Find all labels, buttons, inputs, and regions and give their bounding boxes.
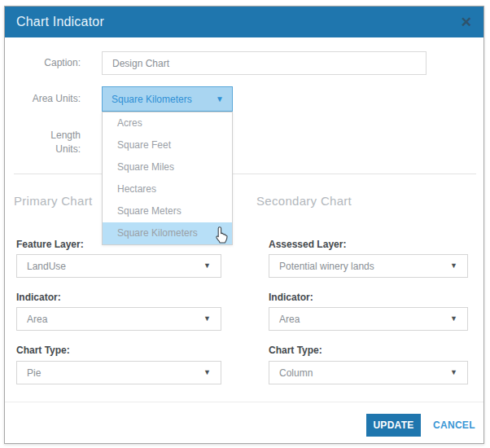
feature-layer-value: LandUse <box>27 261 66 272</box>
assessed-layer-value: Potential winery lands <box>279 261 374 272</box>
assessed-layer-label: Assessed Layer: <box>269 239 346 250</box>
feature-layer-select[interactable]: LandUse ▼ <box>16 254 221 278</box>
primary-indicator-label: Indicator: <box>16 292 61 303</box>
footer-divider <box>5 402 483 402</box>
option-square-meters[interactable]: Square Meters <box>103 200 232 222</box>
hand-cursor-icon <box>212 226 230 253</box>
secondary-indicator-select[interactable]: Area ▼ <box>269 307 468 331</box>
primary-indicator-select[interactable]: Area ▼ <box>16 307 221 331</box>
update-button[interactable]: UPDATE <box>366 414 421 437</box>
chevron-down-icon: ▼ <box>203 369 211 376</box>
assessed-layer-select[interactable]: Potential winery lands ▼ <box>269 254 468 278</box>
secondary-chart-type-label: Chart Type: <box>269 345 322 356</box>
secondary-chart-type-select[interactable]: Column ▼ <box>269 361 468 384</box>
option-square-kilometers[interactable]: Square Kilometers <box>103 222 232 244</box>
chevron-down-icon: ▼ <box>450 315 457 323</box>
secondary-indicator-label: Indicator: <box>269 292 313 303</box>
option-acres[interactable]: Acres <box>103 112 232 134</box>
area-units-selected-value: Square Kilometers <box>112 94 192 105</box>
chevron-down-icon: ▼ <box>450 369 457 376</box>
secondary-chart-type-value: Column <box>279 367 313 379</box>
option-label: Square Kilometers <box>117 227 198 239</box>
option-hectares[interactable]: Hectares <box>103 178 232 200</box>
primary-chart-type-label: Chart Type: <box>16 345 70 356</box>
area-units-dropdown[interactable]: Square Kilometers ▼ <box>102 86 233 112</box>
secondary-chart-column: Assessed Layer: Potential winery lands ▼… <box>269 7 468 443</box>
option-square-feet[interactable]: Square Feet <box>103 134 232 156</box>
primary-indicator-value: Area <box>27 314 47 325</box>
cancel-button[interactable]: CANCEL <box>433 414 475 437</box>
chevron-down-icon: ▼ <box>203 262 211 270</box>
primary-chart-type-select[interactable]: Pie ▼ <box>16 361 221 384</box>
chevron-down-icon: ▼ <box>450 262 457 270</box>
option-square-miles[interactable]: Square Miles <box>103 156 232 178</box>
secondary-indicator-value: Area <box>279 314 300 325</box>
chevron-down-icon: ▼ <box>216 95 224 103</box>
area-units-options-list: Acres Square Feet Square Miles Hectares … <box>102 112 233 245</box>
chart-indicator-dialog: Chart Indicator ✕ Caption: Area Units: S… <box>4 6 484 444</box>
feature-layer-label: Feature Layer: <box>16 239 84 250</box>
primary-chart-type-value: Pie <box>27 367 41 379</box>
chevron-down-icon: ▼ <box>203 315 211 323</box>
